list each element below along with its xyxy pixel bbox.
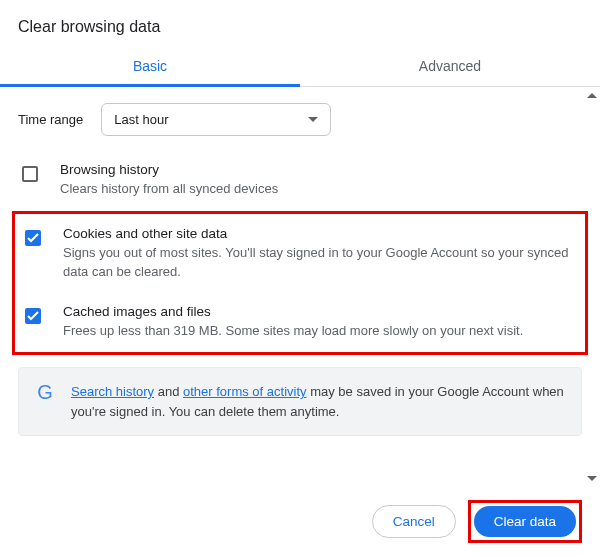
checkbox-browsing-history[interactable] [22,166,38,182]
scroll-up-icon [587,93,597,98]
scroll-area: Time range Last hour Browsing history Cl… [0,87,600,487]
chevron-down-icon [308,117,318,122]
option-text: Browsing history Clears history from all… [60,162,578,199]
tab-advanced[interactable]: Advanced [300,46,600,86]
option-cookies: Cookies and other site data Signs you ou… [21,220,579,288]
checkbox-cache[interactable] [25,308,41,324]
option-cache: Cached images and files Frees up less th… [21,298,579,347]
option-title: Browsing history [60,162,578,177]
highlight-annotation-options: Cookies and other site data Signs you ou… [12,211,588,356]
checkbox-cookies[interactable] [25,230,41,246]
clear-data-button[interactable]: Clear data [474,506,576,537]
google-account-info: G Search history and other forms of acti… [18,367,582,436]
scroll-down-icon [587,476,597,481]
link-other-activity[interactable]: other forms of activity [183,384,307,399]
option-text: Cached images and files Frees up less th… [63,304,575,341]
dialog-content: Time range Last hour Browsing history Cl… [0,87,600,446]
timerange-row: Time range Last hour [18,103,582,136]
google-logo-icon: G [35,382,55,402]
option-text: Cookies and other site data Signs you ou… [63,226,575,282]
scrollbar[interactable] [586,93,598,481]
option-title: Cached images and files [63,304,575,319]
option-title: Cookies and other site data [63,226,575,241]
option-desc: Signs you out of most sites. You'll stay… [63,243,575,282]
dialog-footer: Cancel Clear data [372,500,582,543]
timerange-label: Time range [18,112,83,127]
link-search-history[interactable]: Search history [71,384,154,399]
tab-basic[interactable]: Basic [0,46,300,86]
highlight-annotation-clear: Clear data [468,500,582,543]
info-text: Search history and other forms of activi… [71,382,565,421]
option-desc: Frees up less than 319 MB. Some sites ma… [63,321,575,341]
timerange-value: Last hour [114,112,168,127]
tabs: Basic Advanced [0,46,600,87]
cancel-button[interactable]: Cancel [372,505,456,538]
info-mid: and [154,384,183,399]
dialog-title: Clear browsing data [0,0,600,46]
option-desc: Clears history from all synced devices [60,179,578,199]
timerange-select[interactable]: Last hour [101,103,331,136]
option-browsing-history: Browsing history Clears history from all… [18,156,582,205]
